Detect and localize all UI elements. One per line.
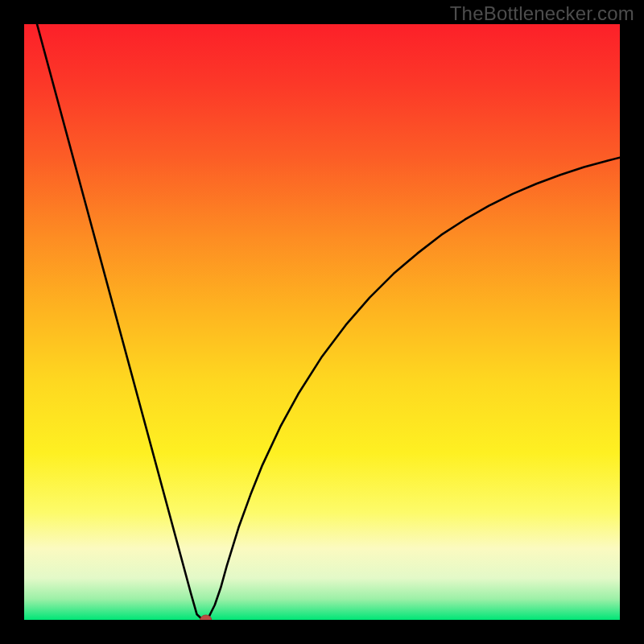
plot-area bbox=[24, 24, 620, 620]
watermark-text: TheBottlenecker.com bbox=[450, 2, 634, 25]
chart-svg bbox=[24, 24, 620, 620]
chart-frame: TheBottlenecker.com bbox=[0, 0, 644, 644]
gradient-background bbox=[24, 24, 620, 620]
